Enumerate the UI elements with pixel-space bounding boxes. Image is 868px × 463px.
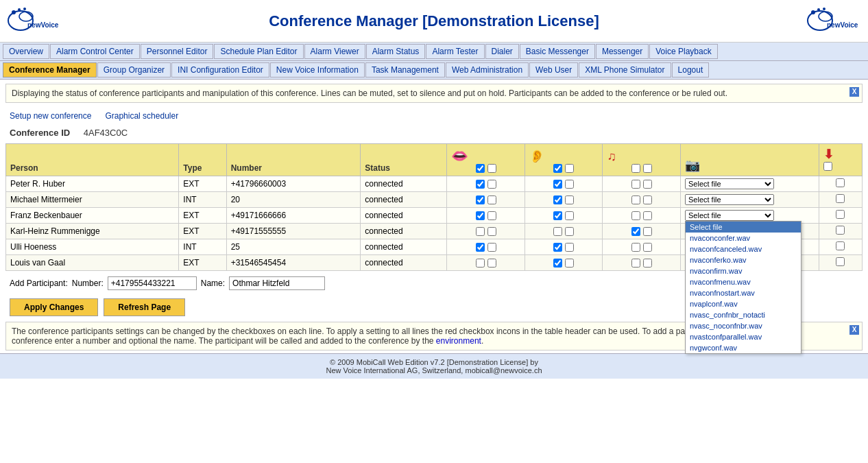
file-select-r1[interactable]: Select file — [685, 178, 774, 189]
nav-personnel[interactable]: Personnel Editor — [141, 44, 214, 59]
info-banner-close[interactable]: X — [849, 87, 859, 97]
dl-r2[interactable] — [836, 194, 845, 203]
mute-on-r6[interactable] — [476, 259, 485, 268]
ear-on-r6[interactable] — [553, 259, 562, 268]
nav-overview[interactable]: Overview — [3, 44, 49, 59]
cell-person: Franz Beckenbauer — [6, 208, 179, 224]
music-off-r2[interactable] — [643, 195, 652, 204]
refresh-page-button[interactable]: Refresh Page — [104, 298, 185, 316]
nav-new-voice-info[interactable]: New Voice Information — [270, 62, 365, 78]
mute-off-r5[interactable] — [487, 243, 496, 252]
mute-off-r3[interactable] — [487, 211, 496, 220]
mute-on-r5[interactable] — [476, 243, 485, 252]
nav-messenger[interactable]: Messenger — [596, 44, 649, 59]
mute-off-r4[interactable] — [487, 227, 496, 236]
nav-alarm-control[interactable]: Alarm Control Center — [50, 44, 140, 59]
lips-check-on-all[interactable] — [476, 164, 485, 173]
ear-check-on-all[interactable] — [553, 164, 562, 173]
dd-option-nvaconfcanceled[interactable]: nvaconfcanceled.wav — [686, 244, 801, 254]
nav-basic-messenger[interactable]: Basic Messenger — [520, 44, 595, 59]
cell-person: Karl-Heinz Rummenigge — [6, 224, 179, 239]
music-on-r5[interactable] — [631, 243, 640, 252]
dd-option-nvaconferko[interactable]: nvaconferko.wav — [686, 254, 801, 265]
setup-new-conference-link[interactable]: Setup new conference — [10, 111, 91, 121]
nav-web-user[interactable]: Web User — [529, 62, 578, 78]
nav-dialer[interactable]: Dialer — [485, 44, 519, 59]
music-on-r3[interactable] — [631, 211, 640, 220]
mute-on-r3[interactable] — [476, 211, 485, 220]
ear-off-r3[interactable] — [565, 211, 574, 220]
ear-on-r5[interactable] — [553, 243, 562, 252]
music-off-r4[interactable] — [643, 227, 652, 236]
bottom-banner-close[interactable]: X — [849, 325, 859, 335]
col-header-lips: 👄 — [447, 144, 525, 176]
file-select-r2[interactable]: Select file — [685, 194, 774, 205]
dd-option-nvaconfmenu[interactable]: nvaconfmenu.wav — [686, 276, 801, 287]
dd-option-select-file[interactable]: Select file — [686, 222, 801, 233]
dl-r6[interactable] — [836, 257, 845, 266]
graphical-scheduler-link[interactable]: Graphical scheduler — [105, 111, 178, 121]
dl-r4[interactable] — [836, 226, 845, 235]
music-on-r4[interactable] — [631, 227, 640, 236]
nav-voice-playback[interactable]: Voice Playback — [649, 44, 717, 59]
dd-option-nvasc-noconfnbr[interactable]: nvasc_noconfnbr.wav — [686, 320, 801, 331]
mute-on-r4[interactable] — [476, 227, 485, 236]
svg-point-9 — [811, 10, 815, 14]
dd-option-nvasc-confnbr[interactable]: nvasc_confnbr_notacti — [686, 309, 801, 320]
music-on-r1[interactable] — [631, 180, 640, 189]
music-off-r5[interactable] — [643, 243, 652, 252]
file-select-r3[interactable]: Select file — [685, 210, 774, 221]
dl-r5[interactable] — [836, 241, 845, 250]
dl-r3[interactable] — [836, 210, 845, 219]
nav-alarm-tester[interactable]: Alarm Tester — [426, 44, 484, 59]
table-row: Peter R. Huber EXT +41796660003 connecte… — [6, 176, 863, 192]
ear-on-r2[interactable] — [553, 195, 562, 204]
mute-off-r2[interactable] — [487, 195, 496, 204]
nav-logout[interactable]: Logout — [672, 62, 710, 78]
dd-option-nvastconfparallel[interactable]: nvastconfparallel.wav — [686, 331, 801, 342]
nav-group-organizer[interactable]: Group Organizer — [97, 62, 171, 78]
music-off-r6[interactable] — [643, 259, 652, 268]
mute-off-r1[interactable] — [487, 180, 496, 189]
dl-r1[interactable] — [836, 178, 845, 187]
ear-off-r1[interactable] — [565, 180, 574, 189]
nav-ini-config[interactable]: INI Configuration Editor — [171, 62, 269, 78]
col-header-ear: 👂 — [525, 144, 603, 176]
dd-option-nvgwconf[interactable]: nvgwconf.wav — [686, 342, 801, 353]
nav-alarm-status[interactable]: Alarm Status — [366, 44, 426, 59]
music-check-off-all[interactable] — [643, 164, 652, 173]
ear-off-r6[interactable] — [565, 259, 574, 268]
nav-task-management[interactable]: Task Management — [365, 62, 445, 78]
nav-web-admin[interactable]: Web Administration — [446, 62, 529, 78]
dd-option-nvaconfirm[interactable]: nvaconfirm.wav — [686, 265, 801, 276]
nav-schedule-plan[interactable]: Schedule Plan Editor — [214, 44, 303, 59]
participant-name-input[interactable] — [229, 276, 325, 290]
music-check-on-all[interactable] — [631, 164, 640, 173]
music-off-r1[interactable] — [643, 180, 652, 189]
ear-off-r4[interactable] — [565, 227, 574, 236]
ear-off-r2[interactable] — [565, 195, 574, 204]
dd-option-nvaconconfer[interactable]: nvaconconfer.wav — [686, 233, 801, 244]
ear-check-off-all[interactable] — [565, 164, 574, 173]
lips-check-off-all[interactable] — [487, 164, 496, 173]
conference-id-row: Conference ID 4AF43C0C — [0, 125, 868, 143]
dl-check-all[interactable] — [823, 162, 832, 171]
ear-on-r1[interactable] — [553, 180, 562, 189]
dd-option-nvaconfnostart[interactable]: nvaconfnostart.wav — [686, 287, 801, 298]
nav-alarm-viewer[interactable]: Alarm Viewer — [304, 44, 365, 59]
mute-off-r6[interactable] — [487, 259, 496, 268]
ear-on-r3[interactable] — [553, 211, 562, 220]
mute-on-r2[interactable] — [476, 195, 485, 204]
music-off-r3[interactable] — [643, 211, 652, 220]
nav-xml-phone[interactable]: XML Phone Simulator — [579, 62, 671, 78]
nav-conference-manager[interactable]: Conference Manager — [3, 62, 97, 78]
info-banner: Displaying the status of conference part… — [5, 84, 863, 103]
apply-changes-button[interactable]: Apply Changes — [10, 298, 98, 316]
mute-on-r1[interactable] — [476, 180, 485, 189]
ear-on-r4[interactable] — [553, 227, 562, 236]
dd-option-nvaplconf[interactable]: nvaplconf.wav — [686, 298, 801, 309]
ear-off-r5[interactable] — [565, 243, 574, 252]
participant-number-input[interactable] — [108, 276, 197, 290]
music-on-r2[interactable] — [631, 195, 640, 204]
music-on-r6[interactable] — [631, 259, 640, 268]
